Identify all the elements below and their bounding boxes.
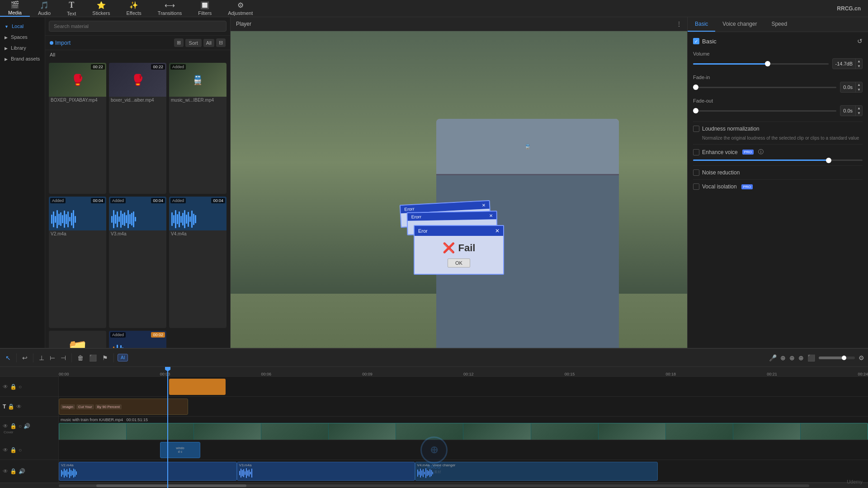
scrollbar-thumb[interactable] — [96, 484, 246, 487]
settings-icon[interactable]: ⚙ — [859, 354, 864, 361]
track-lock-icon[interactable]: 🔒 — [10, 447, 17, 453]
overlay-clip[interactable]: windod c — [160, 442, 201, 458]
close-icon[interactable]: ✕ — [495, 228, 500, 234]
error-ok-button[interactable]: OK — [448, 258, 470, 267]
sort-button[interactable]: Sort — [185, 39, 202, 47]
add-audio-track-icon[interactable]: ⊕ — [789, 354, 795, 361]
mic-icon[interactable]: 🎤 — [769, 354, 777, 361]
split-right-button[interactable]: ⊣ — [59, 352, 68, 363]
clip[interactable] — [169, 379, 226, 395]
playhead-head — [165, 367, 170, 371]
track-eye-icon[interactable]: 👁 — [3, 384, 8, 390]
enhance-voice-slider[interactable] — [693, 160, 863, 161]
track-visible-icon[interactable]: ○ — [19, 423, 22, 429]
nav-adjustment[interactable]: ⚙ Adjustment — [220, 0, 261, 17]
add-text-track-icon[interactable]: ⊕ — [798, 354, 804, 361]
import-button[interactable]: Import — [50, 40, 71, 46]
nav-effects[interactable]: ✨ Effects — [118, 0, 149, 17]
filter-button[interactable]: All — [203, 39, 214, 47]
close-icon[interactable]: ✕ — [489, 213, 493, 218]
filter-options-button[interactable]: ⊟ — [216, 38, 226, 47]
basic-checkbox[interactable]: ✓ — [693, 38, 699, 44]
player-menu-icon[interactable]: ⋮ — [676, 21, 682, 27]
sidebar-item-spaces[interactable]: ▶ Spaces — [0, 32, 45, 42]
track-eye-icon[interactable]: 👁 — [3, 423, 8, 429]
split-button[interactable]: ⊥ — [37, 352, 46, 363]
timeline-toolbar: ↖ ↩ ⊥ ⊢ ⊣ 🗑 ⬛ ⚑ AI 🎤 ⊕ ⊕ ⊕ ⬛ ⚙ — [0, 349, 868, 367]
arrow-icon: ▼ — [5, 24, 9, 29]
timeline-scrollbar[interactable] — [0, 483, 868, 488]
undo-button[interactable]: ↩ — [20, 352, 29, 363]
vocal-isolation-checkbox[interactable] — [693, 183, 699, 190]
volume-slider[interactable] — [693, 63, 829, 65]
tab-voice-changer[interactable]: Voice changer — [715, 17, 764, 32]
split-left-button[interactable]: ⊢ — [48, 352, 57, 363]
nav-stickers[interactable]: ⭐ Stickers — [84, 0, 118, 17]
nav-filters[interactable]: 🔲 Filters — [190, 0, 220, 17]
track-lock-icon[interactable]: 🔒 — [10, 384, 17, 390]
fade-in-up-icon[interactable]: ▲ — [856, 82, 862, 87]
track-visible-icon[interactable]: ○ — [19, 384, 22, 390]
track-audio-icon[interactable]: 🔊 — [19, 468, 25, 474]
fade-out-up-icon[interactable]: ▲ — [856, 106, 862, 111]
main-video-clip[interactable] — [59, 423, 868, 440]
media-item[interactable]: 🚆 Added music_wi...IBER.mp4 — [169, 63, 226, 194]
track-eye-icon[interactable]: 👁 — [16, 404, 22, 410]
volume-down-icon[interactable]: ▼ — [856, 64, 862, 69]
flag-button[interactable]: ⚑ — [100, 352, 110, 363]
media-item[interactable]: Added 00:04 V3.m4a — [109, 197, 166, 328]
arrow-icon: ▶ — [5, 35, 8, 40]
enhance-voice-info-icon[interactable]: ⓘ — [758, 148, 764, 156]
audio-clip-v3[interactable]: V3.m4a — [237, 462, 415, 481]
cursor-tool-button[interactable]: ↖ — [4, 352, 13, 363]
sidebar-item-library[interactable]: ▶ Library — [0, 42, 45, 53]
ruler-mark: 00:06 — [261, 372, 272, 376]
audio-clip-v4[interactable]: V4.m4a Voice changer — [415, 462, 658, 481]
tab-speed[interactable]: Speed — [764, 17, 794, 32]
audio-clip-v2[interactable]: V2.m4a — [59, 462, 237, 481]
text-clip[interactable]: Imagin Cut Your By 90 Percent — [59, 399, 188, 415]
ruler-mark: 00:21 — [767, 372, 777, 376]
ai-button[interactable]: AI — [118, 354, 128, 361]
track-lock-icon[interactable]: 🔒 — [10, 423, 17, 429]
volume-up-icon[interactable]: ▲ — [856, 59, 862, 64]
media-item[interactable]: 🥊 00:22 BOXER_PIXABAY.mp4 — [49, 63, 106, 194]
crop-button[interactable]: ⬛ — [87, 352, 99, 363]
zoom-thumb[interactable] — [842, 356, 846, 360]
track-lock-icon[interactable]: 🔒 — [10, 468, 17, 474]
fade-out-down-icon[interactable]: ▼ — [856, 111, 862, 116]
tab-basic[interactable]: Basic — [688, 17, 715, 32]
zoom-slider[interactable] — [819, 357, 855, 359]
nav-text[interactable]: T Text — [59, 0, 84, 17]
fade-in-down-icon[interactable]: ▼ — [856, 87, 862, 92]
enhance-voice-slider-container — [693, 160, 863, 161]
search-input[interactable] — [49, 21, 226, 32]
media-item[interactable]: Added 00:04 V4.m4a — [169, 197, 226, 328]
grid-view-button[interactable]: ⊞ — [174, 38, 184, 47]
noise-reduction-checkbox[interactable] — [693, 169, 699, 176]
track-eye-icon[interactable]: 👁 — [3, 468, 8, 474]
track-text-icon: T — [3, 404, 6, 410]
nav-media[interactable]: 🎬 Media — [0, 0, 30, 17]
fade-out-property: Fade-out 0.0s ▲ ▼ — [693, 98, 863, 116]
track-eye-icon[interactable]: 👁 — [3, 447, 8, 453]
nav-transitions[interactable]: ⟷ Transitions — [150, 0, 190, 17]
crop-icon[interactable]: ⬛ — [807, 354, 815, 361]
media-item[interactable]: 🥊 00:22 boxer_vid...aiber.mp4 — [109, 63, 166, 194]
loudness-checkbox[interactable] — [693, 126, 699, 132]
add-video-track-icon[interactable]: ⊕ — [780, 354, 786, 361]
delete-button[interactable]: 🗑 — [75, 352, 85, 363]
fade-out-slider[interactable] — [693, 110, 836, 112]
close-icon[interactable]: ✕ — [482, 202, 486, 207]
refresh-icon[interactable]: ↺ — [857, 38, 863, 45]
track-visible-icon[interactable]: ○ — [19, 447, 22, 453]
media-item[interactable]: Added 00:04 V2.m4a — [49, 197, 106, 328]
nav-audio[interactable]: 🎵 Audio — [30, 0, 59, 17]
track-lock-icon[interactable]: 🔒 — [8, 404, 14, 410]
enhance-voice-checkbox[interactable] — [693, 149, 699, 155]
sidebar-item-local[interactable]: ▼ Local — [0, 21, 45, 32]
timeline-tracks: 👁 🔒 ○ T 🔒 👁 Imagin Cut Your By 90 Percen… — [0, 377, 868, 483]
track-audio-icon[interactable]: 🔊 — [24, 423, 30, 429]
fade-in-slider[interactable] — [693, 87, 836, 88]
sidebar-item-brand-assets[interactable]: ▶ Brand assets — [0, 53, 45, 64]
